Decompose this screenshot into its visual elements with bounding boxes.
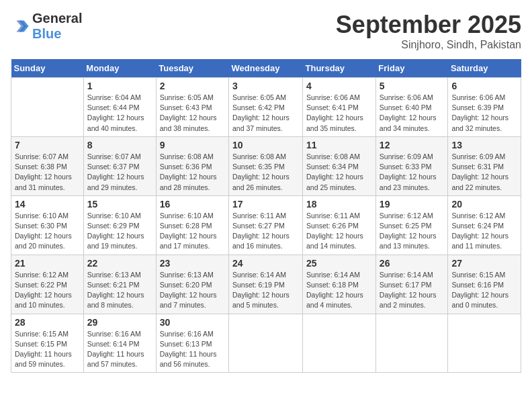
logo: General Blue xyxy=(11,11,82,42)
day-number: 1 xyxy=(87,81,152,91)
day-number: 25 xyxy=(306,258,372,269)
day-number: 23 xyxy=(160,258,225,269)
weekday-header: Friday xyxy=(375,59,448,78)
day-detail: Sunrise: 6:13 AMSunset: 6:21 PMDaylight:… xyxy=(87,271,144,310)
logo-icon xyxy=(11,17,30,36)
weekday-header: Tuesday xyxy=(156,59,228,78)
day-detail: Sunrise: 6:05 AMSunset: 6:42 PMDaylight:… xyxy=(232,93,290,132)
calendar-day-cell: 28 Sunrise: 6:15 AMSunset: 6:15 PMDaylig… xyxy=(11,314,84,373)
calendar-day-cell: 10 Sunrise: 6:08 AMSunset: 6:35 PMDaylig… xyxy=(229,136,303,195)
day-number: 8 xyxy=(87,140,152,150)
day-detail: Sunrise: 6:14 AMSunset: 6:19 PMDaylight:… xyxy=(232,271,290,310)
day-number: 17 xyxy=(232,199,299,210)
day-number: 29 xyxy=(87,317,152,328)
calendar-day-cell: 9 Sunrise: 6:08 AMSunset: 6:36 PMDayligh… xyxy=(156,136,228,195)
day-number: 11 xyxy=(306,140,372,150)
day-number: 10 xyxy=(232,140,299,150)
calendar-day-cell: 26 Sunrise: 6:14 AMSunset: 6:17 PMDaylig… xyxy=(375,255,448,314)
calendar-day-cell: 18 Sunrise: 6:11 AMSunset: 6:26 PMDaylig… xyxy=(303,195,376,255)
logo-blue: Blue xyxy=(32,26,61,41)
day-number: 27 xyxy=(451,258,517,269)
day-detail: Sunrise: 6:10 AMSunset: 6:30 PMDaylight:… xyxy=(15,212,72,250)
day-detail: Sunrise: 6:12 AMSunset: 6:22 PMDaylight:… xyxy=(15,271,72,310)
day-detail: Sunrise: 6:09 AMSunset: 6:31 PMDaylight:… xyxy=(451,152,508,191)
calendar-week-row: 1 Sunrise: 6:04 AMSunset: 6:44 PMDayligh… xyxy=(11,78,521,137)
day-detail: Sunrise: 6:08 AMSunset: 6:36 PMDaylight:… xyxy=(160,152,217,191)
weekday-header-row: SundayMondayTuesdayWednesdayThursdayFrid… xyxy=(11,59,521,78)
calendar-day-cell: 15 Sunrise: 6:10 AMSunset: 6:29 PMDaylig… xyxy=(83,195,156,255)
month-title: September 2025 xyxy=(336,11,521,39)
weekday-header: Thursday xyxy=(303,59,376,78)
calendar-day-cell: 16 Sunrise: 6:10 AMSunset: 6:28 PMDaylig… xyxy=(156,195,228,255)
calendar-day-cell: 25 Sunrise: 6:14 AMSunset: 6:18 PMDaylig… xyxy=(303,255,376,314)
calendar-day-cell: 29 Sunrise: 6:16 AMSunset: 6:14 PMDaylig… xyxy=(83,314,156,373)
day-number: 13 xyxy=(451,140,517,150)
day-number: 16 xyxy=(160,199,225,210)
calendar-day-cell: 30 Sunrise: 6:16 AMSunset: 6:13 PMDaylig… xyxy=(156,314,228,373)
weekday-header: Monday xyxy=(83,59,156,78)
calendar-day-cell: 5 Sunrise: 6:06 AMSunset: 6:40 PMDayligh… xyxy=(375,78,448,137)
calendar-day-cell xyxy=(229,314,303,373)
calendar-day-cell: 19 Sunrise: 6:12 AMSunset: 6:25 PMDaylig… xyxy=(375,195,448,255)
day-number: 3 xyxy=(232,81,299,91)
day-detail: Sunrise: 6:10 AMSunset: 6:29 PMDaylight:… xyxy=(87,212,144,250)
calendar-day-cell xyxy=(11,78,84,137)
logo-text: General Blue xyxy=(32,11,82,42)
day-detail: Sunrise: 6:06 AMSunset: 6:41 PMDaylight:… xyxy=(306,93,363,132)
day-number: 24 xyxy=(232,258,299,269)
calendar-day-cell: 3 Sunrise: 6:05 AMSunset: 6:42 PMDayligh… xyxy=(229,78,303,137)
day-detail: Sunrise: 6:05 AMSunset: 6:43 PMDaylight:… xyxy=(160,93,217,132)
calendar-day-cell: 2 Sunrise: 6:05 AMSunset: 6:43 PMDayligh… xyxy=(156,78,228,137)
day-number: 20 xyxy=(451,199,517,210)
day-detail: Sunrise: 6:15 AMSunset: 6:16 PMDaylight:… xyxy=(451,271,508,310)
calendar-day-cell: 22 Sunrise: 6:13 AMSunset: 6:21 PMDaylig… xyxy=(83,255,156,314)
day-detail: Sunrise: 6:14 AMSunset: 6:18 PMDaylight:… xyxy=(306,271,363,310)
calendar-day-cell: 12 Sunrise: 6:09 AMSunset: 6:33 PMDaylig… xyxy=(375,136,448,195)
day-detail: Sunrise: 6:08 AMSunset: 6:35 PMDaylight:… xyxy=(232,152,290,191)
calendar-day-cell xyxy=(448,314,521,373)
day-detail: Sunrise: 6:07 AMSunset: 6:38 PMDaylight:… xyxy=(15,152,72,191)
day-detail: Sunrise: 6:13 AMSunset: 6:20 PMDaylight:… xyxy=(160,271,217,310)
day-number: 7 xyxy=(15,140,80,150)
day-number: 18 xyxy=(306,199,372,210)
day-detail: Sunrise: 6:06 AMSunset: 6:39 PMDaylight:… xyxy=(451,93,508,132)
calendar-day-cell xyxy=(375,314,448,373)
day-detail: Sunrise: 6:07 AMSunset: 6:37 PMDaylight:… xyxy=(87,152,144,191)
calendar-day-cell: 17 Sunrise: 6:11 AMSunset: 6:27 PMDaylig… xyxy=(229,195,303,255)
calendar-day-cell: 20 Sunrise: 6:12 AMSunset: 6:24 PMDaylig… xyxy=(448,195,521,255)
day-number: 5 xyxy=(380,81,445,91)
day-detail: Sunrise: 6:10 AMSunset: 6:28 PMDaylight:… xyxy=(160,212,217,250)
weekday-header: Sunday xyxy=(11,59,84,78)
calendar-week-row: 28 Sunrise: 6:15 AMSunset: 6:15 PMDaylig… xyxy=(11,314,521,373)
day-detail: Sunrise: 6:14 AMSunset: 6:17 PMDaylight:… xyxy=(380,271,437,310)
day-number: 14 xyxy=(15,199,80,210)
day-detail: Sunrise: 6:08 AMSunset: 6:34 PMDaylight:… xyxy=(306,152,363,191)
day-detail: Sunrise: 6:16 AMSunset: 6:13 PMDaylight:… xyxy=(160,330,217,369)
calendar-day-cell: 21 Sunrise: 6:12 AMSunset: 6:22 PMDaylig… xyxy=(11,255,84,314)
day-number: 26 xyxy=(380,258,445,269)
day-detail: Sunrise: 6:09 AMSunset: 6:33 PMDaylight:… xyxy=(380,152,437,191)
calendar-day-cell: 7 Sunrise: 6:07 AMSunset: 6:38 PMDayligh… xyxy=(11,136,84,195)
weekday-header: Wednesday xyxy=(229,59,303,78)
calendar-week-row: 7 Sunrise: 6:07 AMSunset: 6:38 PMDayligh… xyxy=(11,136,521,195)
title-block: September 2025 Sinjhoro, Sindh, Pakistan xyxy=(336,11,521,51)
calendar-day-cell: 4 Sunrise: 6:06 AMSunset: 6:41 PMDayligh… xyxy=(303,78,376,137)
calendar-week-row: 21 Sunrise: 6:12 AMSunset: 6:22 PMDaylig… xyxy=(11,255,521,314)
calendar-day-cell: 27 Sunrise: 6:15 AMSunset: 6:16 PMDaylig… xyxy=(448,255,521,314)
calendar-day-cell: 13 Sunrise: 6:09 AMSunset: 6:31 PMDaylig… xyxy=(448,136,521,195)
day-number: 9 xyxy=(160,140,225,150)
page-header: General Blue September 2025 Sinjhoro, Si… xyxy=(11,11,521,51)
day-detail: Sunrise: 6:04 AMSunset: 6:44 PMDaylight:… xyxy=(87,93,144,132)
day-number: 6 xyxy=(451,81,517,91)
weekday-header: Saturday xyxy=(448,59,521,78)
day-number: 28 xyxy=(15,317,80,328)
calendar-day-cell: 8 Sunrise: 6:07 AMSunset: 6:37 PMDayligh… xyxy=(83,136,156,195)
location-title: Sinjhoro, Sindh, Pakistan xyxy=(336,39,521,51)
day-number: 12 xyxy=(380,140,445,150)
day-number: 30 xyxy=(160,317,225,328)
day-number: 19 xyxy=(380,199,445,210)
calendar-week-row: 14 Sunrise: 6:10 AMSunset: 6:30 PMDaylig… xyxy=(11,195,521,255)
day-number: 4 xyxy=(306,81,372,91)
calendar-day-cell: 1 Sunrise: 6:04 AMSunset: 6:44 PMDayligh… xyxy=(83,78,156,137)
day-detail: Sunrise: 6:12 AMSunset: 6:25 PMDaylight:… xyxy=(380,212,437,250)
